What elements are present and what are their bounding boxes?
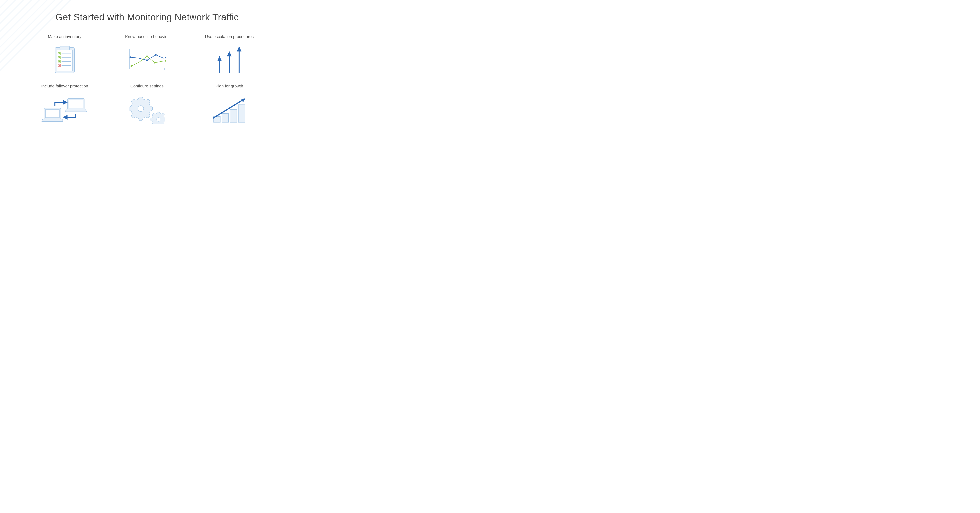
- svg-point-28: [130, 65, 132, 67]
- cell-baseline: Know baseline behavior: [112, 34, 182, 76]
- svg-rect-43: [69, 100, 83, 108]
- cell-label: Configure settings: [112, 84, 182, 88]
- gears-icon: [112, 94, 182, 125]
- svg-rect-11: [60, 46, 70, 50]
- cell-inventory: Make an inventory: [29, 34, 100, 76]
- svg-marker-47: [64, 116, 67, 119]
- svg-marker-37: [218, 57, 221, 61]
- svg-point-34: [155, 54, 157, 56]
- upward-arrows-icon: [194, 45, 265, 76]
- svg-point-30: [154, 62, 156, 64]
- svg-rect-12: [57, 50, 73, 71]
- cell-configure: Configure settings: [112, 84, 182, 125]
- svg-point-31: [165, 60, 166, 62]
- svg-rect-45: [46, 110, 59, 118]
- page-title: Get Started with Monitoring Network Traf…: [16, 12, 278, 22]
- cell-label: Include failover protection: [29, 84, 100, 88]
- clipboard-checklist-icon: [29, 45, 100, 76]
- cell-failover: Include failover protection: [29, 84, 100, 125]
- svg-point-32: [130, 56, 131, 58]
- svg-rect-52: [230, 110, 237, 122]
- svg-point-29: [146, 56, 148, 57]
- cell-label: Plan for growth: [194, 84, 265, 88]
- line-chart-icon: [112, 45, 182, 76]
- cell-label: Make an inventory: [29, 34, 100, 39]
- svg-point-48: [138, 106, 144, 112]
- cell-growth: Plan for growth: [194, 84, 265, 125]
- svg-marker-46: [64, 101, 67, 104]
- feature-grid: Make an inventory: [29, 34, 265, 125]
- svg-rect-53: [238, 105, 245, 122]
- growth-chart-icon: [194, 94, 265, 125]
- failover-laptops-icon: [29, 94, 100, 125]
- cell-label: Use escalation procedures: [194, 34, 265, 39]
- svg-rect-51: [222, 113, 229, 122]
- svg-point-49: [156, 118, 160, 121]
- svg-point-33: [146, 59, 148, 61]
- svg-marker-39: [228, 53, 231, 56]
- cell-label: Know baseline behavior: [112, 34, 182, 39]
- cell-escalation: Use escalation procedures: [194, 34, 265, 76]
- svg-marker-41: [237, 48, 241, 51]
- svg-point-35: [165, 57, 166, 58]
